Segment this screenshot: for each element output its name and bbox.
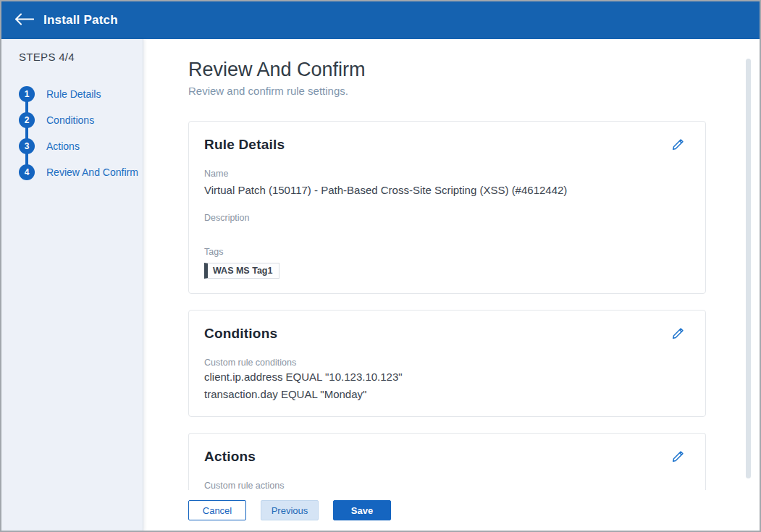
step-item-rule-details[interactable]: 1 Rule Details — [19, 86, 134, 102]
previous-button[interactable]: Previous — [261, 500, 319, 520]
step-number-badge: 2 — [19, 112, 35, 128]
step-label: Review And Confirm — [46, 166, 138, 178]
card-actions: Actions Custom rule actions — [188, 433, 706, 490]
review-cards: Rule Details Name V — [188, 121, 706, 490]
condition-line: client.ip.address EQUAL "10.123.10.123" — [204, 369, 686, 385]
page-header-title: Install Patch — [43, 13, 118, 28]
step-number-badge: 4 — [19, 164, 35, 180]
step-label: Actions — [46, 140, 80, 152]
back-button[interactable] — [12, 8, 36, 33]
install-patch-window: Install Patch STEPS 4/4 1 Rule Details 2… — [0, 0, 761, 532]
save-button[interactable]: Save — [333, 500, 391, 520]
page-subtitle: Review and confirm rule settings. — [188, 85, 705, 97]
card-rule-details: Rule Details Name V — [188, 121, 706, 294]
steps-counter: STEPS 4/4 — [19, 51, 134, 63]
step-item-conditions[interactable]: 2 Conditions — [19, 112, 134, 128]
review-scroll-area: Review And Confirm Review and confirm ru… — [143, 39, 760, 490]
steps-list: 1 Rule Details 2 Conditions 3 Actions 4 … — [19, 86, 134, 180]
app-header: Install Patch — [1, 1, 760, 39]
edit-rule-details-button[interactable] — [669, 137, 686, 154]
tag-chip: WAS MS Tag1 — [204, 263, 279, 279]
step-item-actions[interactable]: 3 Actions — [19, 138, 134, 154]
card-title: Rule Details — [204, 137, 285, 153]
main-content: Review And Confirm Review and confirm ru… — [143, 39, 760, 531]
actions-field-label: Custom rule actions — [204, 481, 686, 490]
description-field-value — [204, 227, 686, 240]
condition-line: transaction.day EQUAL "Monday" — [204, 387, 686, 402]
step-number-badge: 3 — [19, 138, 35, 154]
pencil-icon — [670, 137, 686, 154]
step-label: Rule Details — [46, 88, 101, 100]
pencil-icon — [670, 449, 686, 466]
page-title: Review And Confirm — [188, 59, 705, 81]
step-number-badge: 1 — [19, 86, 35, 102]
card-conditions: Conditions Custom rule conditio — [188, 310, 706, 418]
arrow-left-icon — [14, 13, 34, 28]
description-field-label: Description — [204, 213, 686, 223]
steps-sidebar: STEPS 4/4 1 Rule Details 2 Conditions 3 … — [1, 39, 143, 531]
pencil-icon — [670, 326, 686, 343]
cancel-button[interactable]: Cancel — [188, 500, 246, 520]
card-title: Actions — [204, 449, 256, 465]
wizard-footer: Cancel Previous Save — [143, 490, 760, 531]
card-title: Conditions — [204, 326, 277, 342]
name-field-label: Name — [204, 169, 686, 179]
step-label: Conditions — [46, 114, 94, 126]
step-item-review-and-confirm[interactable]: 4 Review And Confirm — [19, 164, 134, 180]
edit-actions-button[interactable] — [669, 449, 686, 466]
name-field-value: Virtual Patch (150117) - Path-Based Cros… — [204, 182, 686, 198]
conditions-field-label: Custom rule conditions — [204, 358, 686, 368]
edit-conditions-button[interactable] — [669, 326, 686, 343]
tags-field-label: Tags — [204, 247, 686, 257]
vertical-scrollbar-thumb[interactable] — [746, 59, 751, 478]
